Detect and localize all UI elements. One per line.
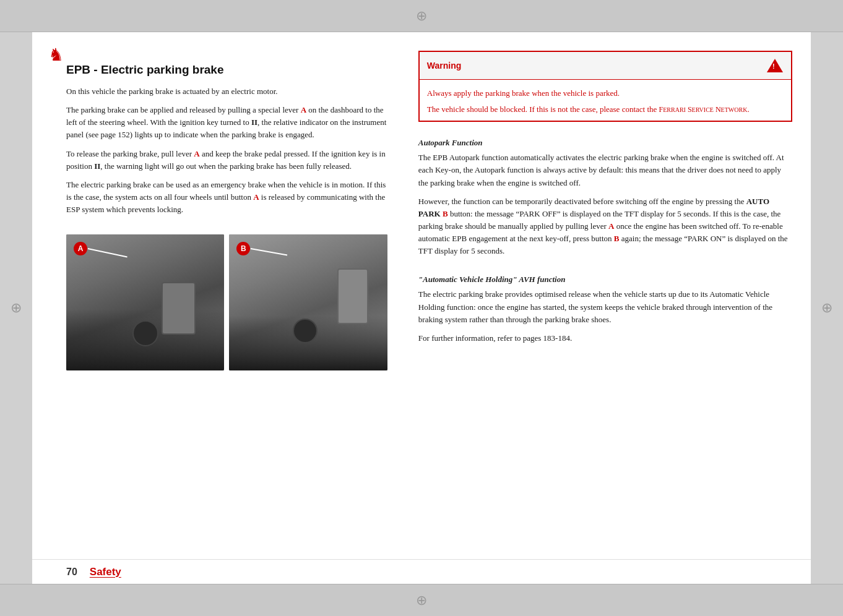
warning-line-2: The vehicle should be blocked. If this i… <box>427 103 784 116</box>
warning-triangle-icon <box>767 59 783 72</box>
images-area: A B <box>66 234 387 370</box>
autopark-title: Autopark Function <box>418 138 792 148</box>
label-b-ref-1: B <box>443 209 448 218</box>
label-a-ref-4: A <box>608 221 614 231</box>
warning-header: Warning <box>420 52 791 80</box>
content-area: EPB - Electric parking brake On this veh… <box>32 32 811 584</box>
avh-section: "Automatic Vehicle Holding" AVH function… <box>418 268 792 351</box>
image-b: B <box>229 234 387 370</box>
bottom-bar: ⊕ <box>0 584 843 616</box>
autopark-para-2: However, the function can be temporarily… <box>418 195 792 258</box>
paragraph-4: The electric parking brake can be used a… <box>66 179 387 216</box>
left-column: EPB - Electric parking brake On this veh… <box>32 32 406 584</box>
warning-title: Warning <box>427 61 461 71</box>
top-bar: ⊕ <box>0 0 843 32</box>
paragraph-3: To release the parking brake, pull lever… <box>66 148 387 173</box>
warning-body: Always apply the parking brake when the … <box>420 80 791 121</box>
avh-title: "Automatic Vehicle Holding" AVH function <box>418 275 792 284</box>
warning-icon <box>766 57 784 74</box>
right-column: Warning Always apply the parking brake w… <box>406 32 811 584</box>
right-margin: ⊕ <box>811 32 843 584</box>
image-a-photo <box>66 234 224 370</box>
warning-line-1: Always apply the parking brake when the … <box>427 87 784 100</box>
label-a-ref-3: A <box>253 192 259 202</box>
warning-box: Warning Always apply the parking brake w… <box>418 51 792 122</box>
section-label: Safety <box>90 566 121 578</box>
image-a: A <box>66 234 224 370</box>
label-a-ref-2: A <box>194 149 199 158</box>
page-number: 70 <box>66 567 77 578</box>
position-ii-ref-2: II <box>94 161 100 171</box>
position-ii-ref-1: II <box>251 118 257 127</box>
autopark-section: Autopark Function The EPB Autopark funct… <box>418 132 792 263</box>
this-word: this <box>537 105 548 114</box>
left-crosshair-icon: ⊕ <box>11 300 22 316</box>
label-a-ref-1: A <box>301 105 306 114</box>
left-margin: ⊕ <box>0 32 32 584</box>
image-b-photo <box>229 234 387 370</box>
autopark-para-1: The EPB Autopark function automatically … <box>418 152 792 189</box>
section-title: EPB - Electric parking brake <box>66 63 387 77</box>
label-b-ref-2: B <box>614 234 620 243</box>
paragraph-2: The parking brake can be applied and rel… <box>66 104 387 141</box>
top-crosshair-icon: ⊕ <box>416 8 427 24</box>
avh-para-1: The electric parking brake provides opti… <box>418 288 792 325</box>
footer-bar: 70 Safety <box>32 559 811 584</box>
ferrari-brand-ref: FERRARI SERVICE NETWORK <box>659 105 748 114</box>
paragraph-1: On this vehicle the parking brake is act… <box>66 85 387 98</box>
avh-para-2: For further information, refer to pages … <box>418 332 792 344</box>
right-crosshair-icon: ⊕ <box>821 300 832 316</box>
bottom-crosshair-icon: ⊕ <box>416 592 427 609</box>
